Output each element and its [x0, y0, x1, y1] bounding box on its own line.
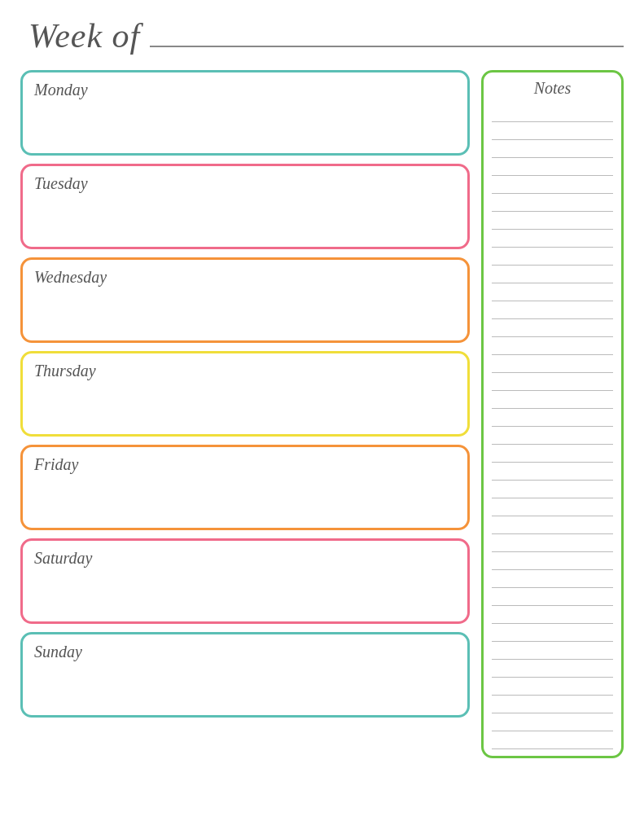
- notes-line: [492, 122, 613, 140]
- notes-line: [492, 731, 613, 749]
- notes-line: [492, 552, 613, 570]
- notes-line: [492, 427, 613, 445]
- notes-line: [492, 642, 613, 660]
- main-layout: MondayTuesdayWednesdayThursdayFridaySatu…: [20, 70, 624, 758]
- notes-line: [492, 140, 613, 158]
- notes-line: [492, 266, 613, 283]
- notes-line: [492, 301, 613, 319]
- notes-line: [492, 463, 613, 481]
- notes-title: Notes: [492, 79, 613, 98]
- notes-line: [492, 355, 613, 373]
- notes-line: [492, 570, 613, 588]
- day-box-monday[interactable]: Monday: [20, 70, 470, 156]
- day-label-wednesday: Wednesday: [34, 268, 456, 287]
- notes-line: [492, 104, 613, 122]
- notes-column: Notes: [481, 70, 624, 758]
- notes-line: [492, 445, 613, 463]
- notes-line: [492, 624, 613, 642]
- notes-line: [492, 606, 613, 624]
- day-label-sunday: Sunday: [34, 643, 456, 661]
- notes-line: [492, 176, 613, 194]
- header-underline: [150, 46, 624, 47]
- page-header: Week of: [20, 16, 624, 55]
- notes-line: [492, 337, 613, 355]
- notes-line: [492, 516, 613, 534]
- notes-line: [492, 534, 613, 552]
- notes-line: [492, 696, 613, 713]
- notes-line: [492, 391, 613, 409]
- notes-line: [492, 158, 613, 176]
- notes-line: [492, 498, 613, 516]
- notes-line: [492, 319, 613, 337]
- days-column: MondayTuesdayWednesdayThursdayFridaySatu…: [20, 70, 470, 758]
- notes-line: [492, 248, 613, 266]
- day-label-thursday: Thursday: [34, 362, 456, 380]
- notes-line: [492, 212, 613, 230]
- notes-line: [492, 373, 613, 391]
- notes-line: [492, 194, 613, 212]
- notes-line: [492, 588, 613, 606]
- notes-line: [492, 713, 613, 731]
- page-title: Week of: [28, 16, 140, 55]
- day-box-sunday[interactable]: Sunday: [20, 632, 470, 718]
- day-label-monday: Monday: [34, 81, 456, 99]
- day-box-thursday[interactable]: Thursday: [20, 351, 470, 437]
- notes-line: [492, 283, 613, 301]
- day-box-friday[interactable]: Friday: [20, 445, 470, 530]
- day-box-wednesday[interactable]: Wednesday: [20, 257, 470, 343]
- day-label-friday: Friday: [34, 455, 456, 474]
- day-box-saturday[interactable]: Saturday: [20, 538, 470, 624]
- day-box-tuesday[interactable]: Tuesday: [20, 164, 470, 249]
- notes-line: [492, 230, 613, 248]
- notes-line: [492, 409, 613, 427]
- day-label-saturday: Saturday: [34, 549, 456, 568]
- notes-line: [492, 678, 613, 696]
- day-label-tuesday: Tuesday: [34, 174, 456, 193]
- notes-lines: [492, 104, 613, 749]
- notes-line: [492, 481, 613, 498]
- notes-line: [492, 660, 613, 678]
